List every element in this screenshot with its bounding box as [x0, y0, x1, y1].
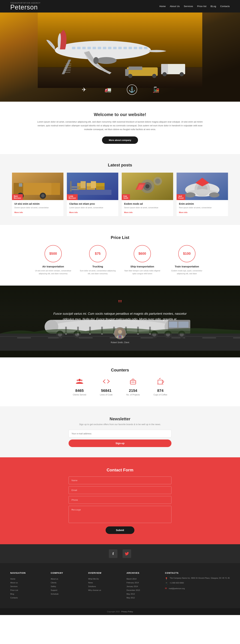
location-icon: 📍: [165, 577, 168, 580]
svg-point-3: [55, 41, 151, 60]
svg-rect-16: [128, 66, 142, 70]
post-card: JackForest Enim animim Rem ipsum dolor s…: [176, 172, 228, 216]
phone-icon: 📱: [165, 582, 168, 585]
svg-rect-34: [139, 47, 142, 49]
footer-link-support[interactable]: Support: [51, 588, 63, 592]
counter-number-clients: 8465: [73, 388, 86, 393]
svg-point-42: [41, 194, 44, 198]
svg-rect-53: [74, 190, 112, 195]
testimonial-content: " Fusce suscipit varius mi. Cum sociis n…: [0, 286, 240, 358]
coffee-icon: [154, 378, 167, 387]
nav-contacts[interactable]: Contacts: [220, 5, 230, 8]
footer-link-about[interactable]: About us: [10, 581, 26, 584]
footer-link-march2014[interactable]: March 2014: [126, 577, 140, 581]
more-about-button[interactable]: More about company: [102, 136, 138, 144]
svg-rect-23: [82, 47, 86, 49]
contact-message-input[interactable]: [68, 506, 172, 523]
price-name-air: Air transportation: [34, 265, 72, 268]
footer-link-solutions[interactable]: Solutions: [88, 584, 102, 588]
svg-rect-28: [108, 47, 112, 49]
footer-col-navigation: NAVIGATION Home About us Services Price …: [10, 572, 26, 600]
post-title-3: Eodem modo ad: [124, 202, 171, 205]
contact-name-input[interactable]: [68, 476, 172, 484]
footer-link-services[interactable]: Services: [10, 584, 26, 588]
counter-clients: 8465 Clients Served: [73, 378, 86, 396]
footer-link-whatwedo[interactable]: What We Do: [88, 577, 102, 581]
post-card: KateSmith Eodem modo ad Serem ipsum dolo…: [122, 172, 173, 216]
footer-link-may2012[interactable]: May 2012: [126, 596, 140, 600]
post-desc-1: Dorem ipsum dolor sit amet, consectetue: [14, 206, 61, 209]
latest-posts-title: Latest posts: [10, 163, 230, 168]
nav-blog[interactable]: BLog: [210, 5, 216, 8]
footer-link-pricelist[interactable]: Price List: [10, 588, 26, 592]
nav-home[interactable]: Home: [160, 5, 166, 8]
svg-point-108: [78, 379, 81, 381]
contact-submit-button[interactable]: Submit: [106, 526, 134, 534]
contact-phone-input[interactable]: [68, 496, 172, 504]
price-grid: $500 Air transportation Ut wisi enim ad …: [10, 245, 230, 275]
footer-link-safety[interactable]: Safety: [51, 584, 63, 588]
footer-link-home[interactable]: Home: [10, 577, 26, 581]
svg-rect-26: [98, 47, 101, 49]
testimonial-avatar: [114, 327, 126, 339]
footer-link-contacts[interactable]: Contacts: [10, 596, 26, 600]
svg-rect-29: [113, 47, 116, 49]
footer-link-feb2014[interactable]: February 2014: [126, 581, 140, 584]
newsletter-section: Newsletter Sign up to get exclusive offe…: [0, 406, 240, 457]
footer-email[interactable]: ✉ mail@peterson.org: [165, 586, 230, 590]
truck-icon[interactable]: 🚛: [103, 84, 113, 95]
nav-about[interactable]: About Us: [170, 5, 180, 8]
latest-posts-section: Latest posts: [0, 154, 240, 225]
footer-col-company: COMPANY About us Clients Safety Support …: [51, 572, 63, 600]
contact-email-input[interactable]: [68, 486, 172, 494]
footer: NAVIGATION Home About us Services Price …: [0, 563, 240, 608]
footer-contacts-heading: CONTACTS: [165, 572, 230, 574]
svg-point-62: [155, 178, 160, 184]
header: TRANSPORTATION AGENCY Peterson Home Abou…: [0, 0, 240, 12]
footer-link-jan2014[interactable]: January 2014: [126, 584, 140, 588]
svg-rect-13: [125, 69, 128, 76]
footer-archives-heading: ARCHIVES: [126, 572, 140, 574]
nav-pricelist[interactable]: Price list: [197, 5, 206, 8]
post-link-2[interactable]: More info: [69, 211, 78, 214]
footer-link-may2013[interactable]: May 2013: [126, 592, 140, 596]
footer-link-news[interactable]: News: [88, 581, 102, 584]
quote-mark: ": [52, 299, 188, 308]
post-link-4[interactable]: More info: [179, 211, 188, 214]
post-desc-4: Rem ipsum dolor sit amet, consectetue: [179, 206, 226, 209]
counter-label-clients: Clients Served: [73, 394, 86, 396]
footer-link-blog[interactable]: Blog: [10, 592, 26, 596]
price-name-train: Train transportation: [168, 265, 206, 268]
counter-number-code: 56841: [100, 388, 113, 393]
post-link-1[interactable]: More info: [14, 211, 23, 214]
footer-col-contacts: CONTACTS 📍 The Company Name Inc. 9693 St…: [165, 572, 230, 600]
privacy-policy-link[interactable]: Privacy Policy: [121, 610, 133, 613]
newsletter-signup-button[interactable]: Sign-up: [68, 440, 172, 447]
footer-link-aboutus[interactable]: About us: [51, 577, 63, 581]
train-icon[interactable]: 🚂: [151, 84, 161, 95]
footer-link-schedule[interactable]: Schedule: [51, 592, 63, 596]
footer-link-whychoose[interactable]: Why choose us: [88, 588, 102, 592]
svg-rect-31: [124, 47, 127, 49]
twitter-button[interactable]: [122, 550, 131, 558]
footer-phone: 📱 +1 800 603 6060: [165, 582, 230, 585]
post-link-3[interactable]: More info: [124, 211, 133, 214]
footer-link-clients[interactable]: Clients: [51, 581, 63, 584]
svg-point-109: [77, 380, 78, 381]
footer-address: 📍 The Company Name Inc. 9693 St Vincent …: [165, 577, 230, 580]
newsletter-email-input[interactable]: [68, 430, 172, 438]
contact-form-title: Contact Form: [68, 468, 172, 472]
airplane-icon[interactable]: ✈: [79, 84, 89, 95]
counter-label-projects: No. of Projects: [126, 394, 140, 396]
footer-email-link[interactable]: mail@peterson.org: [169, 586, 185, 590]
price-name-truck: Trucking: [79, 265, 116, 268]
svg-rect-56: [70, 181, 72, 192]
nav-services[interactable]: Services: [184, 5, 193, 8]
svg-rect-33: [134, 47, 137, 49]
footer-link-dec2013[interactable]: December 2013: [126, 588, 140, 592]
anchor-icon[interactable]: ⚓: [127, 84, 137, 95]
counters-grid: 8465 Clients Served 56841 Lines of Code: [17, 378, 223, 396]
post-author-3: KateSmith: [122, 194, 130, 200]
svg-point-14: [128, 74, 132, 78]
facebook-button[interactable]: f: [109, 550, 118, 558]
